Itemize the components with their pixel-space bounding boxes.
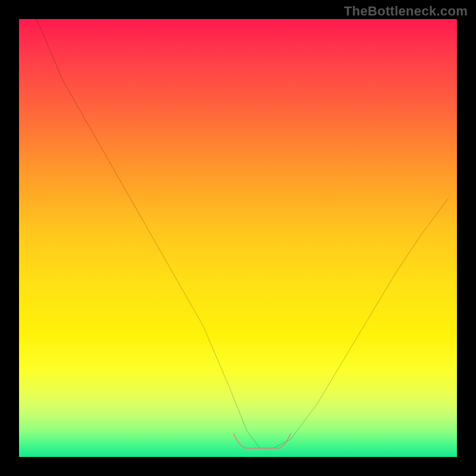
watermark-text: TheBottleneck.com bbox=[344, 4, 468, 19]
chart-frame: TheBottleneck.com bbox=[0, 0, 476, 476]
plot-area bbox=[19, 19, 457, 457]
optimal-range-marker bbox=[19, 19, 457, 457]
